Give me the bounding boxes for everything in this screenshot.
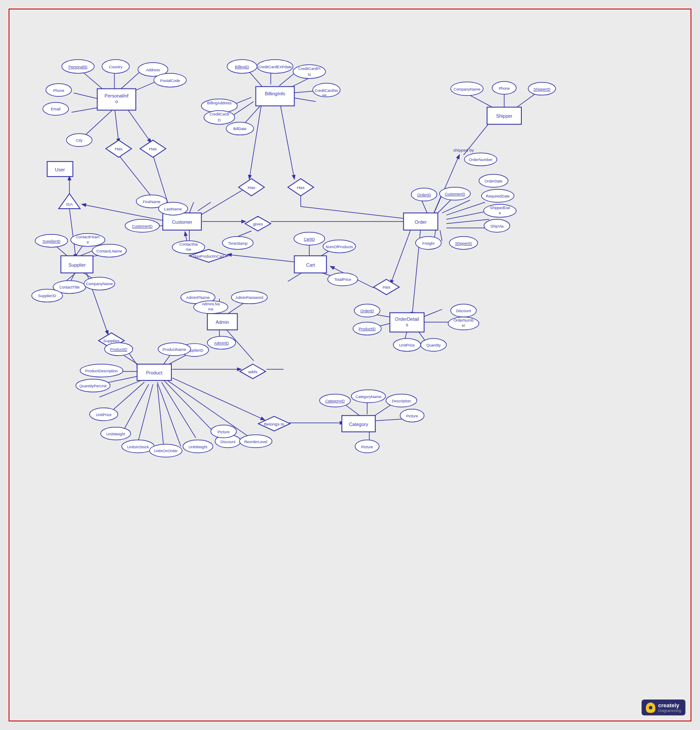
svg-line-99 [374, 404, 393, 417]
svg-text:ContactLName: ContactLName [96, 249, 122, 253]
svg-text:CustomerID: CustomerID [132, 224, 152, 228]
svg-line-37 [442, 200, 470, 213]
svg-text:UnitWeight: UnitWeight [107, 432, 125, 436]
svg-text:N: N [308, 73, 310, 77]
svg-text:UnitsOnOrder: UnitsOnOrder [154, 449, 177, 453]
svg-line-42 [440, 230, 442, 241]
svg-text:Picture: Picture [361, 445, 373, 449]
svg-text:SupplierID: SupplierID [38, 294, 56, 298]
svg-text:Has: Has [383, 285, 390, 289]
svg-text:Supplier: Supplier [68, 262, 86, 268]
svg-text:e: e [87, 240, 89, 244]
svg-text:AdminPassword: AdminPassword [235, 295, 263, 300]
svg-text:D: D [218, 118, 221, 122]
svg-text:Quantity: Quantity [426, 343, 441, 347]
svg-text:CategoryID: CategoryID [325, 399, 345, 403]
svg-line-85 [157, 382, 181, 447]
svg-line-24 [301, 207, 412, 219]
svg-rect-105 [256, 87, 295, 106]
svg-text:Picture: Picture [218, 430, 230, 434]
svg-text:Picture: Picture [406, 414, 418, 418]
logo-brand: creately [658, 702, 681, 709]
svg-text:ShippedDat: ShippedDat [490, 206, 510, 210]
svg-text:OrderDate: OrderDate [484, 179, 502, 183]
svg-text:e: e [499, 211, 501, 215]
svg-text:Address: Address [146, 68, 160, 72]
svg-text:ProductName: ProductName [163, 347, 186, 352]
creately-logo: creately Diagramming [642, 700, 685, 715]
svg-text:OrderID: OrderID [417, 193, 431, 197]
svg-text:CreditCardI: CreditCardI [210, 112, 229, 116]
svg-text:UnitsInStock: UnitsInStock [127, 445, 149, 449]
svg-text:City: City [76, 138, 83, 143]
svg-text:Freight: Freight [423, 241, 435, 246]
svg-text:me: me [186, 247, 191, 252]
svg-text:ContactFNam: ContactFNam [76, 235, 100, 239]
svg-text:Belongs to: Belongs to [264, 422, 285, 426]
svg-text:ProductID: ProductID [359, 327, 376, 331]
svg-line-80 [138, 384, 153, 442]
svg-text:Cart: Cart [306, 262, 315, 268]
svg-text:ShipVia: ShipVia [490, 224, 504, 228]
svg-text:Order: Order [415, 219, 427, 225]
svg-text:ContactTitle: ContactTitle [59, 285, 80, 289]
svg-text:Discount: Discount [220, 440, 235, 444]
svg-text:Admin: Admin [216, 319, 229, 325]
svg-text:CompanyName: CompanyName [86, 282, 113, 286]
svg-text:CompanyName: CompanyName [453, 87, 480, 91]
svg-line-6 [85, 110, 113, 136]
svg-text:ContactNa: ContactNa [180, 242, 198, 246]
svg-line-97 [344, 404, 361, 417]
svg-line-27 [189, 202, 194, 213]
svg-text:OrderNumb: OrderNumb [453, 318, 474, 322]
svg-line-2 [119, 72, 140, 91]
svg-text:Customer: Customer [172, 219, 192, 225]
svg-text:HasProductInCart: HasProductInCart [193, 254, 224, 259]
svg-text:gives: gives [253, 222, 263, 226]
svg-line-19 [279, 100, 294, 179]
svg-text:OrderDetail: OrderDetail [395, 316, 419, 322]
svg-text:me: me [208, 307, 213, 311]
svg-text:ShipperID: ShipperID [533, 87, 551, 91]
svg-text:BillingInfo: BillingInfo [265, 91, 286, 96]
svg-line-79 [123, 384, 149, 432]
svg-text:o: o [115, 99, 118, 104]
svg-text:UnitWeight: UnitWeight [189, 445, 207, 449]
svg-line-84 [161, 382, 196, 438]
svg-text:CreditCardPI: CreditCardPI [298, 67, 320, 71]
svg-text:Country: Country [109, 65, 123, 69]
svg-text:AdminFName: AdminFName [186, 295, 210, 300]
svg-text:CategoryName: CategoryName [356, 395, 381, 399]
svg-text:PersonalInf: PersonalInf [105, 93, 129, 98]
svg-text:ISA: ISA [66, 202, 73, 207]
svg-line-40 [446, 219, 489, 224]
svg-text:QuantityPerUnit: QuantityPerUnit [79, 384, 107, 388]
svg-line-32 [70, 209, 76, 258]
svg-text:BillDate: BillDate [233, 127, 247, 131]
svg-text:AdminLNa: AdminLNa [202, 302, 220, 306]
svg-text:shipped by: shipped by [453, 148, 474, 152]
svg-text:er: er [462, 323, 465, 328]
svg-text:Shipper: Shipper [496, 113, 512, 119]
logo-tagline: Diagramming [658, 709, 681, 713]
svg-text:CreditCardEXPdate: CreditCardEXPdate [258, 65, 292, 69]
svg-text:UnitPrice: UnitPrice [399, 343, 414, 347]
svg-text:TotalPrice: TotalPrice [334, 277, 351, 282]
svg-text:ShipperID: ShipperID [455, 241, 472, 246]
svg-text:Product: Product [146, 370, 162, 375]
svg-text:TimeStamp: TimeStamp [228, 241, 248, 246]
svg-text:Category: Category [349, 422, 368, 427]
svg-text:ReorderLevel: ReorderLevel [244, 440, 268, 444]
svg-text:Discount: Discount [456, 309, 471, 313]
svg-text:LastName: LastName [164, 207, 182, 211]
svg-text:AdminID: AdminID [214, 341, 229, 345]
svg-text:ProductDescription: ProductDescription [85, 369, 118, 373]
svg-text:CartID: CartID [304, 237, 315, 241]
svg-text:Phone: Phone [53, 88, 64, 93]
svg-text:s: s [406, 322, 408, 327]
svg-text:User: User [55, 167, 65, 172]
svg-line-39 [446, 211, 489, 219]
svg-line-7 [114, 106, 119, 143]
svg-text:UnitPrice: UnitPrice [96, 413, 111, 417]
svg-line-50 [391, 226, 412, 284]
